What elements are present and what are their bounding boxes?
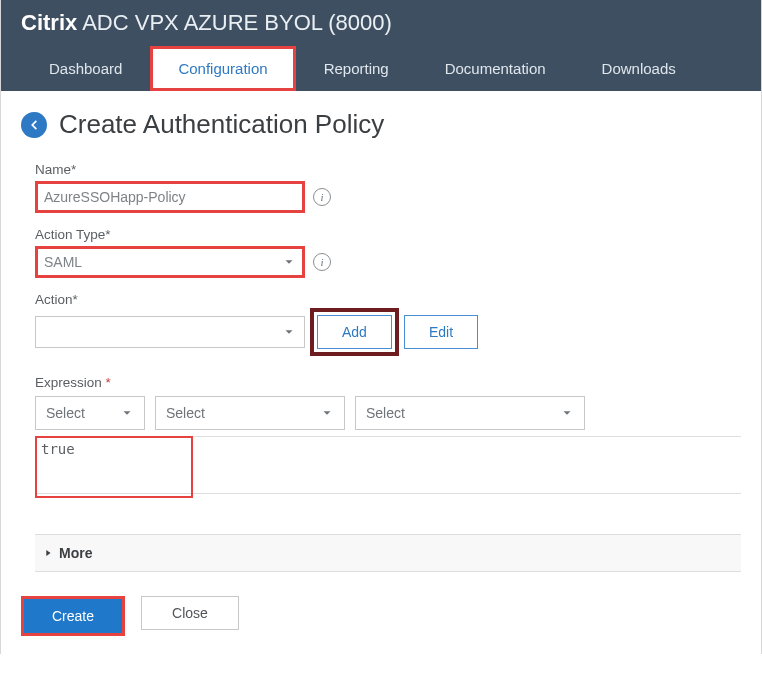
tab-downloads[interactable]: Downloads bbox=[574, 46, 704, 91]
form-area: Name* i Action Type* SAML i Action* Add bbox=[21, 162, 741, 572]
info-icon[interactable]: i bbox=[313, 188, 331, 206]
chevron-down-icon bbox=[320, 406, 334, 420]
expression-text-wrap bbox=[35, 436, 741, 498]
action-type-label: Action Type* bbox=[35, 227, 741, 242]
chevron-down-icon bbox=[560, 406, 574, 420]
brand-title: Citrix ADC VPX AZURE BYOL (8000) bbox=[21, 10, 741, 42]
action-type-select[interactable]: SAML bbox=[35, 246, 305, 278]
chevron-down-icon bbox=[282, 255, 296, 269]
name-label: Name* bbox=[35, 162, 741, 177]
add-button[interactable]: Add bbox=[317, 315, 392, 349]
expression-select-3[interactable]: Select bbox=[355, 396, 585, 430]
close-button[interactable]: Close bbox=[141, 596, 239, 630]
footer-buttons: Create Close bbox=[1, 582, 761, 654]
expression-textarea[interactable] bbox=[35, 436, 741, 494]
name-input-field[interactable] bbox=[44, 189, 296, 205]
back-icon[interactable] bbox=[21, 112, 47, 138]
app-header: Citrix ADC VPX AZURE BYOL (8000) Dashboa… bbox=[1, 0, 761, 91]
action-select[interactable] bbox=[35, 316, 305, 348]
tab-reporting[interactable]: Reporting bbox=[296, 46, 417, 91]
create-button[interactable]: Create bbox=[24, 599, 122, 633]
add-button-highlight: Add bbox=[313, 311, 396, 353]
top-tabs: Dashboard Configuration Reporting Docume… bbox=[21, 46, 741, 91]
create-button-highlight: Create bbox=[21, 596, 125, 636]
more-expander[interactable]: More bbox=[35, 534, 741, 572]
expression-select-1[interactable]: Select bbox=[35, 396, 145, 430]
expression-select-2[interactable]: Select bbox=[155, 396, 345, 430]
action-label: Action* bbox=[35, 292, 741, 307]
info-icon[interactable]: i bbox=[313, 253, 331, 271]
caret-right-icon bbox=[43, 548, 53, 558]
tab-dashboard[interactable]: Dashboard bbox=[21, 46, 150, 91]
more-label: More bbox=[59, 545, 92, 561]
chevron-down-icon bbox=[282, 325, 296, 339]
brand-rest: ADC VPX AZURE BYOL (8000) bbox=[77, 10, 392, 35]
tab-configuration[interactable]: Configuration bbox=[150, 46, 295, 91]
chevron-down-icon bbox=[120, 406, 134, 420]
page-title: Create Authentication Policy bbox=[59, 109, 384, 140]
expression-label: Expression * bbox=[35, 375, 741, 390]
tab-documentation[interactable]: Documentation bbox=[417, 46, 574, 91]
action-type-value: SAML bbox=[44, 254, 82, 270]
edit-button[interactable]: Edit bbox=[404, 315, 478, 349]
title-row: Create Authentication Policy bbox=[21, 109, 741, 140]
page-body: Create Authentication Policy Name* i Act… bbox=[1, 91, 761, 582]
expression-selects: Select Select Select bbox=[35, 396, 741, 430]
name-input[interactable] bbox=[35, 181, 305, 213]
brand-bold: Citrix bbox=[21, 10, 77, 35]
